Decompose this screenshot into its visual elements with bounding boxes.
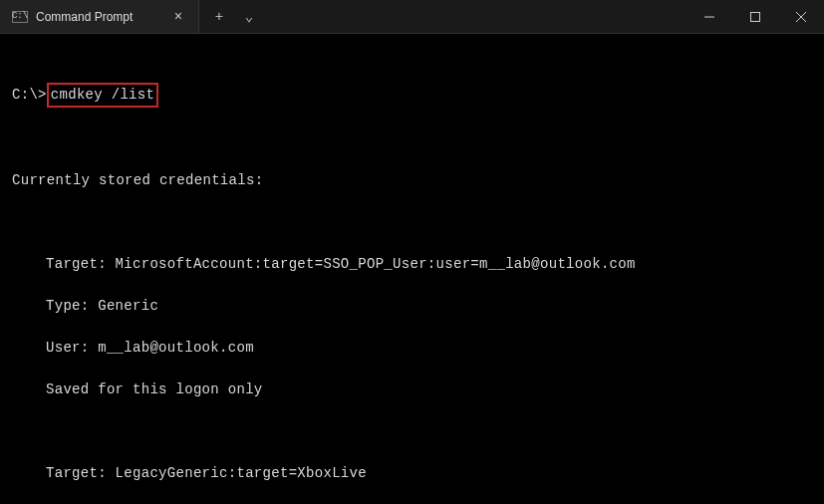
terminal-icon: C:\ xyxy=(12,11,28,23)
tab-dropdown-button[interactable]: ⌄ xyxy=(235,3,263,31)
close-tab-button[interactable]: × xyxy=(170,9,186,25)
prompt-text: C:\> xyxy=(12,85,47,106)
minimize-button[interactable] xyxy=(687,0,732,34)
output-heading: Currently stored credentials: xyxy=(12,170,812,191)
command-highlight: cmdkey /list xyxy=(47,83,158,108)
cred-target: Target: LegacyGeneric:target=XboxLive xyxy=(12,463,812,484)
close-icon xyxy=(796,12,806,22)
cred-target: Target: MicrosoftAccount:target=SSO_POP_… xyxy=(12,254,812,275)
maximize-button[interactable] xyxy=(732,0,778,34)
minimize-icon xyxy=(704,12,714,22)
cred-user: User: m__lab@outlook.com xyxy=(12,338,812,359)
window-controls xyxy=(687,0,824,33)
cred-persist: Saved for this logon only xyxy=(12,379,812,400)
cred-type: Type: Generic xyxy=(12,296,812,317)
close-window-button[interactable] xyxy=(778,0,824,34)
svg-rect-1 xyxy=(751,13,760,22)
new-tab-button[interactable]: + xyxy=(205,3,233,31)
terminal-output[interactable]: C:\>cmdkey /list Currently stored creden… xyxy=(0,34,824,504)
tab-title: Command Prompt xyxy=(36,10,162,24)
tab-actions: + ⌄ xyxy=(199,0,269,33)
titlebar: C:\ Command Prompt × + ⌄ xyxy=(0,0,824,34)
tab-command-prompt[interactable]: C:\ Command Prompt × xyxy=(0,0,199,33)
maximize-icon xyxy=(750,12,760,22)
prompt-line: C:\>cmdkey /list xyxy=(12,83,812,108)
